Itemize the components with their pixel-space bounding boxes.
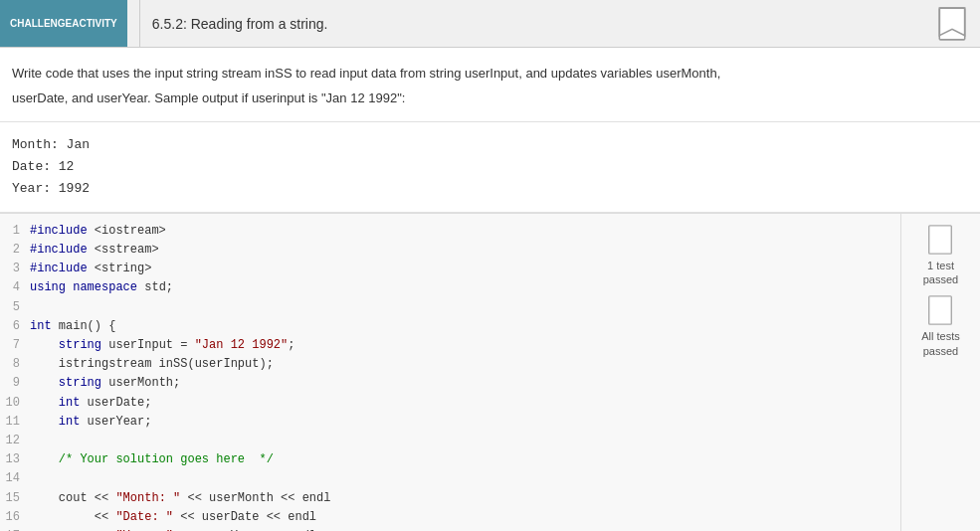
line-number: 9 [0,374,30,393]
line-code: int main() { [30,317,900,336]
line-code: string userInput = "Jan 12 1992"; [30,336,900,355]
description-text1: Write code that uses the input string st… [12,64,968,85]
line-code [30,469,900,488]
line-number: 2 [0,241,30,260]
right-panel: 1 testpassed All testspassed [900,214,980,531]
line-code: << "Date: " << userDate << endl [30,508,900,527]
line-code: cout << "Month: " << userMonth << endl [30,489,900,508]
test1-icon [926,224,954,256]
challenge-activity-label: CHALLENGE ACTIVITY [0,0,127,47]
all-tests-icon [926,294,954,326]
bookmark-icon[interactable] [936,6,968,42]
table-row: 13 /* Your solution goes here */ [0,450,900,469]
sample-output: Month: Jan Date: 12 Year: 1992 [0,122,980,213]
line-number: 13 [0,450,30,469]
line-number: 17 [0,527,30,531]
line-number: 7 [0,336,30,355]
table-row: 8 istringstream inSS(userInput); [0,355,900,374]
line-number: 8 [0,355,30,374]
line-number: 14 [0,469,30,488]
svg-rect-2 [929,296,952,324]
output-line3: Year: 1992 [12,178,968,200]
table-row: 1#include <iostream> [0,222,900,241]
line-code: #include <sstream> [30,241,900,260]
line-number: 4 [0,278,30,297]
table-row: 17 << "Year: " << userYear << endl; [0,527,900,531]
line-number: 16 [0,508,30,527]
test1-badge: 1 testpassed [923,224,958,287]
line-code: string userMonth; [30,374,900,393]
line-number: 12 [0,432,30,450]
code-editor[interactable]: 1#include <iostream>2#include <sstream>3… [0,214,900,531]
header: CHALLENGE ACTIVITY 6.5.2: Reading from a… [0,0,980,48]
challenge-line1: CHALLENGE [10,17,72,30]
table-row: 3#include <string> [0,260,900,278]
table-row: 4using namespace std; [0,278,900,297]
challenge-line2: ACTIVITY [72,17,117,30]
page-title: 6.5.2: Reading from a string. [152,16,936,32]
line-number: 3 [0,260,30,278]
svg-rect-1 [929,226,952,254]
line-code: int userDate; [30,394,900,413]
table-row: 7 string userInput = "Jan 12 1992"; [0,336,900,355]
line-code: istringstream inSS(userInput); [30,355,900,374]
table-row: 10 int userDate; [0,394,900,413]
table-row: 2#include <sstream> [0,241,900,260]
description-area: Write code that uses the input string st… [0,48,980,122]
line-code [30,432,900,450]
line-number: 1 [0,222,30,241]
line-code: << "Year: " << userYear << endl; [30,527,900,531]
line-code: int userYear; [30,413,900,432]
line-number: 11 [0,413,30,432]
all-tests-badge: All testspassed [921,294,960,358]
line-code: #include <iostream> [30,222,900,241]
line-code: using namespace std; [30,278,900,297]
line-code [30,298,900,317]
line-code: #include <string> [30,260,900,278]
output-line2: Date: 12 [12,156,968,178]
table-row: 15 cout << "Month: " << userMonth << end… [0,489,900,508]
description-text2: userDate, and userYear. Sample output if… [12,88,968,109]
table-row: 12 [0,432,900,450]
all-tests-label: All testspassed [921,329,960,358]
table-row: 6int main() { [0,317,900,336]
output-line1: Month: Jan [12,134,968,156]
test1-label: 1 testpassed [923,259,958,287]
editor-container: 1#include <iostream>2#include <sstream>3… [0,213,980,531]
table-row: 11 int userYear; [0,413,900,432]
table-row: 14 [0,469,900,488]
table-row: 5 [0,298,900,317]
line-number: 5 [0,298,30,317]
header-divider [139,0,140,47]
line-number: 6 [0,317,30,336]
table-row: 16 << "Date: " << userDate << endl [0,508,900,527]
line-code: /* Your solution goes here */ [30,450,900,469]
line-number: 10 [0,394,30,413]
table-row: 9 string userMonth; [0,374,900,393]
svg-rect-0 [939,8,964,40]
line-number: 15 [0,489,30,508]
